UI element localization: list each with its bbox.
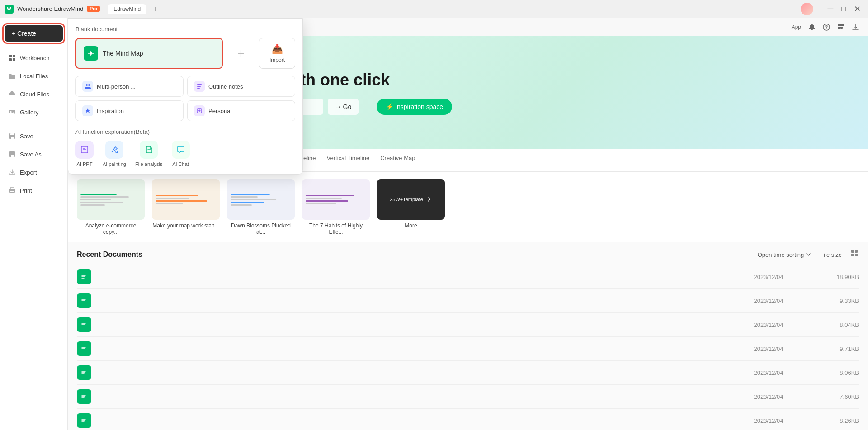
template-name-2: Make your map work stan... — [152, 222, 220, 229]
doc-size-7: 8.26KB — [805, 417, 859, 424]
import-button[interactable]: 📥 Import — [259, 38, 295, 69]
help-button[interactable] — [823, 24, 830, 31]
svg-rect-2 — [9, 58, 12, 61]
template-card-1[interactable]: Analyze e-commerce copy... — [77, 179, 145, 235]
personal-temp-button[interactable]: Personal — [187, 100, 295, 121]
mind-map-button[interactable]: The Mind Map — [75, 38, 223, 69]
create-button[interactable]: + Create — [5, 25, 63, 42]
sidebar-item-workbench[interactable]: Workbench — [2, 49, 66, 66]
template-card-more[interactable]: 25W+Template More — [377, 179, 445, 235]
ai-section-title: AI function exploration(Beta) — [75, 128, 295, 135]
ai-chat-icon — [172, 141, 190, 159]
multi-person-icon — [82, 81, 93, 92]
active-tab[interactable]: EdrawMind — [108, 4, 146, 14]
doc-icon-7 — [77, 413, 91, 428]
svg-point-14 — [826, 28, 827, 29]
inspiration-button[interactable]: Inspiration — [75, 100, 184, 121]
ai-chat-button[interactable]: AI Chat — [172, 141, 190, 167]
doc-size-5: 8.06KB — [805, 369, 859, 376]
ai-painting-button[interactable]: AI painting — [103, 141, 126, 167]
ai-painting-label: AI painting — [103, 161, 126, 167]
template-card-4[interactable]: The 7 Habits of Highly Effe... — [302, 179, 370, 235]
doc-icon-3 — [77, 317, 91, 332]
doc-icon-2 — [77, 293, 91, 308]
template-name-more: More — [377, 222, 445, 229]
recent-header: Recent Documents Open time sorting File … — [77, 250, 859, 260]
go-button[interactable]: → Go — [328, 99, 359, 115]
add-blank-button[interactable]: + — [227, 38, 255, 69]
inspiration-label: Inspiration — [97, 108, 124, 114]
svg-rect-7 — [11, 137, 14, 139]
tab-vertical-timeline[interactable]: Vertical Timeline — [327, 155, 370, 166]
sidebar-item-print-label: Print — [20, 187, 32, 194]
sidebar-item-cloud-files[interactable]: Cloud Files — [2, 85, 66, 103]
ai-ppt-button[interactable]: AI PPT — [75, 141, 94, 167]
recent-docs-table: 2023/12/04 18.90KB 2023/12/04 9.33KB — [77, 265, 859, 430]
svg-point-25 — [86, 84, 88, 86]
doc-icon-5 — [77, 365, 91, 380]
sidebar-item-save-as[interactable]: Save As — [2, 146, 66, 163]
maximize-button[interactable]: □ — [839, 4, 849, 14]
svg-rect-33 — [851, 250, 854, 253]
doc-date-7: 2023/12/04 — [732, 417, 805, 424]
template-thumb-more: 25W+Template — [377, 179, 445, 220]
grid-button[interactable] — [837, 24, 844, 31]
main-content: App Blank document The M — [68, 18, 868, 430]
pro-badge: Pro — [87, 6, 100, 12]
close-button[interactable]: ✕ — [851, 3, 863, 15]
sidebar-item-print[interactable]: Print — [2, 182, 66, 199]
recent-controls: Open time sorting File size — [758, 250, 859, 260]
svg-rect-18 — [838, 27, 840, 29]
tab-label: EdrawMind — [113, 6, 141, 12]
recent-doc-row-3[interactable]: 2023/12/04 8.04KB — [77, 313, 859, 337]
grid-toggle-button[interactable] — [851, 250, 859, 260]
save-icon — [8, 132, 16, 140]
app-button[interactable]: App — [792, 24, 801, 30]
outline-notes-button[interactable]: Outline notes — [187, 76, 295, 97]
recent-doc-row-1[interactable]: 2023/12/04 18.90KB — [77, 265, 859, 289]
new-tab-button[interactable]: + — [150, 3, 161, 15]
minimize-button[interactable]: ─ — [825, 3, 836, 14]
recent-doc-row-5[interactable]: 2023/12/04 8.06KB — [77, 361, 859, 385]
sidebar-item-save-as-label: Save As — [20, 151, 42, 158]
sidebar-item-export[interactable]: Export — [2, 164, 66, 181]
sort-button[interactable]: Open time sorting — [758, 251, 811, 258]
recent-doc-row-4[interactable]: 2023/12/04 9.71KB — [77, 337, 859, 361]
file-analysis-button[interactable]: File analysis — [135, 141, 163, 167]
recent-documents-section: Recent Documents Open time sorting File … — [68, 242, 868, 430]
file-analysis-label: File analysis — [135, 161, 163, 167]
inspiration-space-button[interactable]: ⚡ Inspiration space — [377, 99, 452, 115]
svg-point-32 — [116, 151, 118, 153]
svg-rect-29 — [197, 88, 200, 89]
gallery-icon — [8, 108, 16, 116]
tab-creative-map[interactable]: Creative Map — [380, 155, 415, 166]
template-card-2[interactable]: Make your map work stan... — [152, 179, 220, 235]
ai-functions-grid: AI PPT AI painting File analysis — [75, 141, 295, 167]
template-name-4: The 7 Habits of Highly Effe... — [302, 222, 370, 235]
recent-doc-row-2[interactable]: 2023/12/04 9.33KB — [77, 289, 859, 313]
template-card-3[interactable]: Dawn Blossoms Plucked at... — [227, 179, 295, 235]
multi-person-button[interactable]: Multi-person ... — [75, 76, 184, 97]
doc-icon-1 — [77, 269, 91, 284]
notification-button[interactable] — [808, 24, 816, 31]
svg-rect-15 — [838, 24, 840, 26]
app-logo: W — [5, 5, 14, 14]
sidebar-item-local-files[interactable]: Local Files — [2, 67, 66, 85]
sidebar: + Create Workbench Local Files Cloud Fil… — [0, 18, 68, 430]
sidebar-item-gallery[interactable]: Gallery — [2, 104, 66, 121]
sidebar-item-save[interactable]: Save — [2, 128, 66, 145]
doc-date-1: 2023/12/04 — [732, 274, 805, 280]
folder-icon — [8, 72, 16, 80]
template-name-3: Dawn Blossoms Plucked at... — [227, 222, 295, 235]
inspiration-icon — [82, 105, 93, 116]
recent-doc-row-7[interactable]: 2023/12/04 8.26KB — [77, 409, 859, 430]
outline-notes-label: Outline notes — [208, 83, 243, 90]
doc-size-6: 7.60KB — [805, 393, 859, 400]
svg-rect-19 — [840, 27, 843, 29]
personal-temp-icon — [194, 105, 205, 116]
download-button[interactable] — [852, 24, 859, 31]
svg-rect-3 — [13, 58, 15, 61]
recent-doc-row-6[interactable]: 2023/12/04 7.60KB — [77, 385, 859, 409]
doc-size-2: 9.33KB — [805, 298, 859, 304]
svg-rect-10 — [11, 155, 14, 157]
